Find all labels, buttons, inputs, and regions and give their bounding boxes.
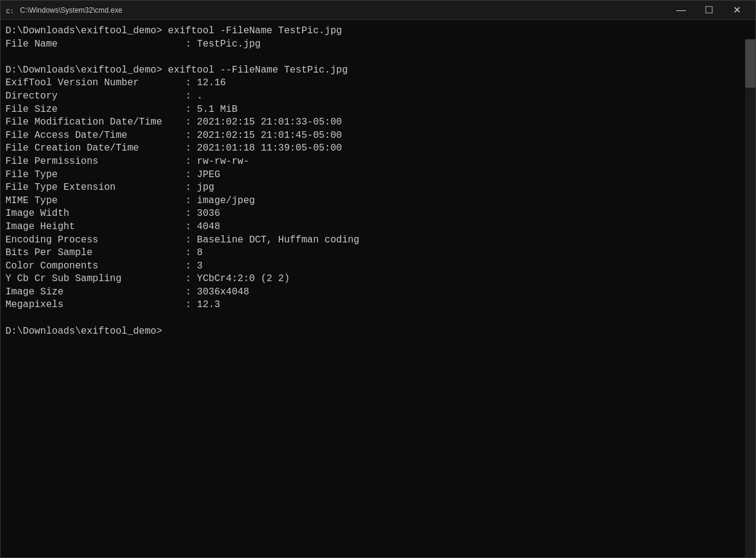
terminal-line: Image Size : 3036x4048 — [5, 286, 741, 299]
cmd-window: C: C:\Windows\System32\cmd.exe — ☐ ✕ D:\… — [0, 0, 756, 558]
terminal-line: File Type Extension : jpg — [5, 181, 741, 195]
minimize-button[interactable]: — — [667, 1, 695, 20]
cmd-icon: C: — [5, 5, 15, 15]
window-title: C:\Windows\System32\cmd.exe — [20, 6, 667, 15]
terminal-line: File Name : TestPic.jpg — [5, 38, 741, 51]
terminal-line: File Access Date/Time : 2021:02:15 21:01… — [5, 129, 741, 143]
terminal-line: Encoding Process : Baseline DCT, Huffman… — [5, 234, 741, 247]
terminal-line: File Type : JPEG — [5, 169, 741, 182]
terminal-line: File Creation Date/Time : 2021:01:18 11:… — [5, 142, 741, 155]
terminal-line: Megapixels : 12.3 — [5, 299, 741, 312]
terminal-line: Y Cb Cr Sub Sampling : YCbCr4:2:0 (2 2) — [5, 273, 741, 286]
svg-text:C:: C: — [6, 8, 14, 15]
title-bar: C: C:\Windows\System32\cmd.exe — ☐ ✕ — [1, 1, 755, 20]
terminal-line: File Permissions : rw-rw-rw- — [5, 155, 741, 169]
close-button[interactable]: ✕ — [723, 1, 751, 20]
terminal-line: Image Height : 4048 — [5, 221, 741, 234]
terminal-line — [5, 51, 741, 64]
scrollbar-thumb[interactable] — [745, 39, 755, 88]
terminal-line: Image Width : 3036 — [5, 207, 741, 221]
window-controls: — ☐ ✕ — [667, 1, 751, 20]
terminal-line: Color Components : 3 — [5, 260, 741, 273]
scrollbar-track[interactable] — [745, 39, 755, 557]
terminal-body[interactable]: D:\Downloads\exiftool_demo> exiftool -Fi… — [1, 20, 755, 557]
terminal-line: D:\Downloads\exiftool_demo> exiftool --F… — [5, 64, 741, 77]
terminal-line — [5, 312, 741, 325]
terminal-line: D:\Downloads\exiftool_demo> exiftool -Fi… — [5, 25, 741, 38]
terminal-line: Directory : . — [5, 90, 741, 103]
maximize-button[interactable]: ☐ — [695, 1, 723, 20]
terminal-line: Bits Per Sample : 8 — [5, 247, 741, 260]
terminal-content: D:\Downloads\exiftool_demo> exiftool -Fi… — [5, 25, 753, 338]
terminal-line: ExifTool Version Number : 12.16 — [5, 77, 741, 90]
terminal-line: File Modification Date/Time : 2021:02:15… — [5, 116, 741, 129]
terminal-line: MIME Type : image/jpeg — [5, 195, 741, 208]
terminal-line: File Size : 5.1 MiB — [5, 103, 741, 117]
terminal-line: D:\Downloads\exiftool_demo> — [5, 325, 741, 339]
